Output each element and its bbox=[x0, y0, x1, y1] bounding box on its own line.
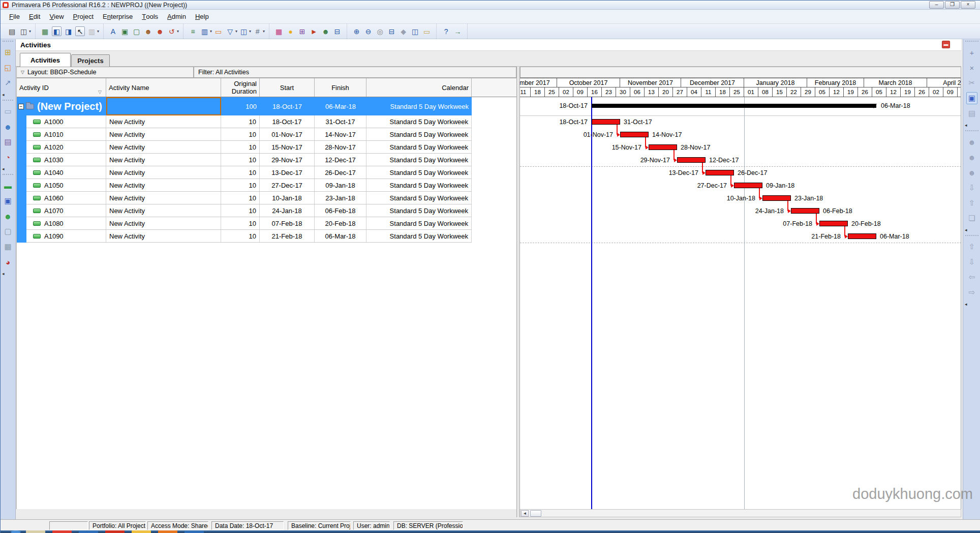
table-row[interactable]: A1000New Activity1018-Oct-1731-Oct-17Sta… bbox=[17, 115, 472, 128]
gantt-horizontal-scrollbar[interactable]: ◄ bbox=[520, 509, 961, 517]
zoom-100-icon[interactable]: ◎ bbox=[375, 26, 385, 36]
column-header-original-duration[interactable]: Original Duration bbox=[221, 78, 260, 97]
finish-date-cell[interactable]: 23-Jan-18 bbox=[315, 192, 366, 204]
pointer-icon[interactable]: ↖ bbox=[75, 26, 85, 36]
open-project-icon[interactable]: ◱ bbox=[3, 62, 14, 74]
add-icon[interactable]: + bbox=[966, 46, 977, 58]
assign-resources-icon[interactable]: ☻ bbox=[321, 26, 330, 36]
rail-collapse-arrow-icon[interactable]: ◂ bbox=[963, 227, 980, 233]
menu-tools[interactable]: Tools bbox=[137, 10, 163, 23]
start-date-cell[interactable]: 13-Dec-17 bbox=[260, 166, 315, 179]
gantt-bar[interactable] bbox=[819, 221, 848, 226]
calendar-cell[interactable]: Standard 5 Day Workweek bbox=[366, 217, 472, 229]
activity-id-cell[interactable]: A1010 bbox=[26, 128, 106, 140]
activity-name-cell[interactable]: New Activity bbox=[106, 204, 221, 217]
filter-bar[interactable]: Filter: All Activities bbox=[194, 67, 516, 78]
calendar-cell[interactable]: Standard 5 Day Workweek bbox=[366, 115, 472, 128]
panes-icon[interactable]: ◨ bbox=[64, 26, 73, 36]
zoom-out-icon[interactable]: ⊖ bbox=[363, 26, 373, 36]
finish-date-cell[interactable]: 06-Feb-18 bbox=[315, 204, 366, 217]
activity-name-cell[interactable]: New Activity bbox=[106, 115, 221, 128]
close-button[interactable]: × bbox=[961, 1, 975, 9]
taskbar-explorer[interactable] bbox=[26, 530, 45, 533]
collapse-all-icon[interactable]: ▢ bbox=[132, 26, 141, 36]
calendar-cell[interactable]: Standard 5 Day Workweek bbox=[366, 230, 472, 242]
wbs-rail-icon[interactable]: ▣ bbox=[3, 195, 14, 207]
gantt-bar[interactable] bbox=[620, 132, 649, 137]
print-icon[interactable]: ▤ bbox=[7, 26, 17, 36]
delete-icon[interactable]: × bbox=[966, 62, 977, 74]
original-duration-cell[interactable]: 10 bbox=[221, 115, 260, 128]
menu-edit[interactable]: Edit bbox=[24, 10, 45, 23]
column-header-activity-id[interactable]: Activity ID▽ bbox=[17, 78, 106, 97]
summary-row[interactable]: −(New Project)10018-Oct-1706-Mar-18Stand… bbox=[17, 97, 472, 115]
close-layout-icon[interactable]: ▬ bbox=[942, 41, 950, 48]
rail-collapse-arrow-icon[interactable]: ◂ bbox=[1, 92, 15, 98]
gantt-bar[interactable] bbox=[762, 195, 791, 201]
activity-id-cell[interactable]: A1070 bbox=[26, 204, 106, 217]
activity-name-cell[interactable]: New Activity bbox=[106, 230, 221, 242]
calendar-cell[interactable]: Standard 5 Day Workweek bbox=[366, 204, 472, 217]
calendar-cell[interactable]: Standard 5 Day Workweek bbox=[366, 128, 472, 140]
calendar-cell[interactable]: Standard 5 Day Workweek bbox=[366, 192, 472, 204]
column-header-calendar[interactable]: Calendar bbox=[366, 78, 472, 97]
start-date-cell[interactable]: 18-Oct-17 bbox=[260, 115, 315, 128]
table-row[interactable]: A1080New Activity1007-Feb-1820-Feb-18Sta… bbox=[17, 217, 472, 230]
table-gantt-splitter[interactable] bbox=[516, 67, 520, 517]
resources-icon[interactable]: ☻ bbox=[143, 26, 153, 36]
undo-icon[interactable]: ↺ bbox=[167, 26, 176, 36]
activity-id-cell[interactable]: A1090 bbox=[26, 230, 106, 242]
schedule-icon[interactable]: ► bbox=[309, 26, 319, 36]
assign-steps-icon[interactable]: ❏ bbox=[966, 212, 977, 224]
split-vertical-icon[interactable]: ◫ bbox=[410, 26, 420, 36]
table-row[interactable]: A1010New Activity1001-Nov-1714-Nov-17Sta… bbox=[17, 128, 472, 141]
summary-duration[interactable]: 100 bbox=[221, 97, 260, 115]
menu-view[interactable]: View bbox=[45, 10, 68, 23]
timescale-months-row[interactable]: September 2017October 2017November 2017D… bbox=[520, 78, 961, 87]
original-duration-cell[interactable]: 10 bbox=[221, 204, 260, 217]
calendar-cell[interactable]: Standard 5 Day Workweek bbox=[366, 179, 472, 191]
gantt-bar[interactable] bbox=[734, 183, 762, 188]
layout-icon[interactable]: ◧ bbox=[52, 26, 62, 36]
table-row[interactable]: A1060New Activity1010-Jan-1823-Jan-18Sta… bbox=[17, 192, 472, 204]
copy-icon[interactable]: ▣ bbox=[966, 92, 977, 104]
column-header-finish[interactable]: Finish bbox=[315, 78, 366, 97]
reports-icon[interactable]: ▤ bbox=[3, 136, 14, 148]
menu-help[interactable]: Help bbox=[191, 10, 213, 23]
menu-file[interactable]: File bbox=[5, 10, 24, 23]
activity-id-cell[interactable]: A1000 bbox=[26, 115, 106, 128]
roles-icon[interactable]: ☻ bbox=[155, 26, 165, 36]
start-date-cell[interactable]: 24-Jan-18 bbox=[260, 204, 315, 217]
activity-id-cell[interactable]: A1020 bbox=[26, 141, 106, 153]
columns-disabled-icon[interactable]: ▥ bbox=[87, 26, 97, 36]
line-numbers-icon[interactable]: # bbox=[253, 26, 262, 36]
gantt-bar[interactable] bbox=[677, 157, 706, 163]
assign-role-icon[interactable]: ☻ bbox=[966, 151, 977, 163]
line-numbers-icon-dropdown[interactable]: ▾ bbox=[263, 29, 265, 34]
gantt-bar[interactable] bbox=[706, 170, 734, 175]
projects-folder-icon[interactable]: ▭ bbox=[3, 105, 14, 117]
print-preview-icon[interactable]: ◫ bbox=[19, 26, 28, 36]
taskbar-app-red-2[interactable] bbox=[105, 530, 125, 533]
start-date-cell[interactable]: 10-Jan-18 bbox=[260, 192, 315, 204]
timescale-icon[interactable]: ▭ bbox=[213, 26, 223, 36]
expand-all-icon[interactable]: ▣ bbox=[120, 26, 130, 36]
finish-date-cell[interactable]: 31-Oct-17 bbox=[315, 115, 366, 128]
zoom-in-icon[interactable]: ⊕ bbox=[352, 26, 361, 36]
activity-id-cell[interactable]: A1060 bbox=[26, 192, 106, 204]
move-left-icon[interactable]: ⇦ bbox=[966, 271, 977, 283]
activity-name-cell[interactable]: New Activity bbox=[106, 217, 221, 229]
menu-enterprise[interactable]: Enterprise bbox=[98, 10, 137, 23]
original-duration-cell[interactable]: 10 bbox=[221, 230, 260, 242]
expenses-rail-icon[interactable]: ▦ bbox=[3, 241, 14, 253]
filter-icon[interactable]: ▽ bbox=[225, 26, 235, 36]
original-duration-cell[interactable]: 10 bbox=[221, 179, 260, 191]
find-icon[interactable]: A bbox=[108, 26, 118, 36]
activity-id-cell[interactable]: A1040 bbox=[26, 166, 106, 179]
documents-rail-icon[interactable]: ▢ bbox=[3, 225, 14, 238]
column-header-start[interactable]: Start bbox=[260, 78, 315, 97]
minimize-button[interactable]: – bbox=[929, 1, 944, 9]
notes-icon[interactable]: ▭ bbox=[422, 26, 432, 36]
move-right-icon[interactable]: ⇨ bbox=[966, 286, 977, 299]
original-duration-cell[interactable]: 10 bbox=[221, 128, 260, 140]
